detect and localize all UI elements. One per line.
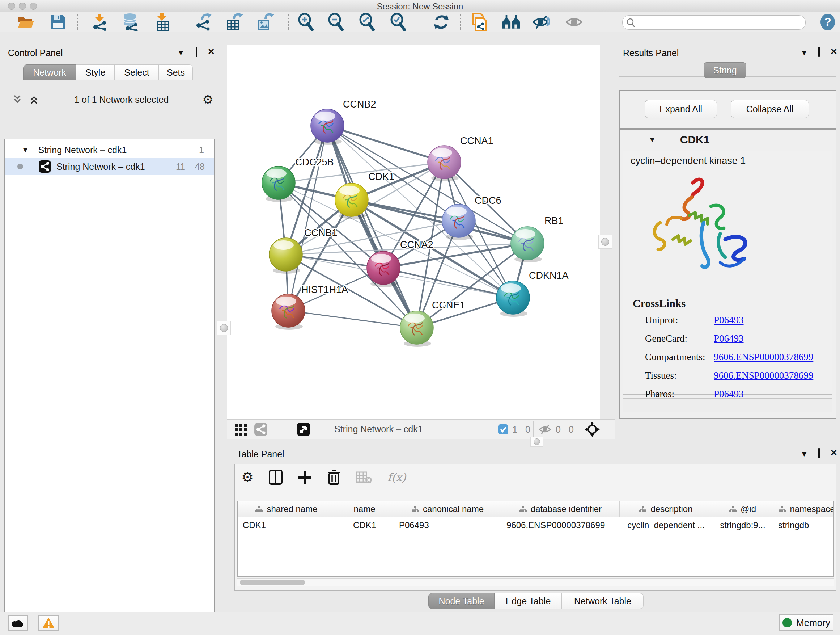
export-network-button[interactable]: [194, 13, 213, 31]
export-image-button[interactable]: [256, 13, 275, 31]
control-panel-float-icon[interactable]: [196, 48, 197, 56]
network-edge[interactable]: [327, 126, 444, 162]
tab-edge-table[interactable]: Edge Table: [494, 593, 562, 609]
column-header-shared-name[interactable]: shared name: [238, 501, 335, 517]
cdk1-section-header[interactable]: ▼ CDK1: [620, 130, 836, 150]
results-scroll-track[interactable]: [623, 398, 832, 412]
table-cell[interactable]: CDK1: [335, 517, 394, 533]
results-panel-float-icon[interactable]: [818, 48, 820, 56]
import-table-from-file-button[interactable]: [154, 13, 172, 31]
network-collection-row[interactable]: ▼ String Network – cdk1 1: [5, 141, 214, 158]
network-node-CDKN1A[interactable]: CDKN1A: [496, 270, 569, 317]
table-cell[interactable]: P06493: [394, 517, 501, 533]
show-columns-icon[interactable]: [269, 470, 283, 485]
control-panel-menu-icon[interactable]: ▼: [177, 49, 185, 57]
memory-button[interactable]: Memory: [779, 614, 834, 631]
delete-column-icon[interactable]: [327, 470, 340, 485]
zoom-selected-button[interactable]: [389, 13, 408, 31]
hide-selected-button[interactable]: [532, 13, 551, 31]
warnings-button[interactable]: [38, 615, 58, 631]
network-row[interactable]: String Network – cdk1 11 48: [5, 158, 214, 175]
network-edge[interactable]: [327, 126, 417, 328]
search-field[interactable]: [622, 15, 806, 30]
hscrollbar-thumb[interactable]: [240, 580, 305, 585]
results-panel-close-icon[interactable]: ×: [831, 48, 837, 55]
zoom-out-button[interactable]: [327, 13, 346, 31]
horizontal-splitter-handle[interactable]: [531, 437, 543, 447]
crosslink-link[interactable]: 9606.ENSP00000378699: [714, 370, 813, 381]
expand-all-button[interactable]: Expand All: [645, 100, 717, 118]
collapse-all-button[interactable]: Collapse All: [731, 100, 809, 118]
expand-all-icon[interactable]: [28, 94, 41, 105]
column-header-name[interactable]: name: [335, 501, 394, 517]
zoom-fit-button[interactable]: [358, 13, 377, 31]
section-expander-icon[interactable]: ▼: [648, 135, 656, 144]
crosslink-link[interactable]: P06493: [714, 333, 744, 344]
control-panel-close-icon[interactable]: ×: [208, 48, 215, 55]
grid-view-icon[interactable]: [234, 423, 248, 436]
tab-style[interactable]: Style: [76, 65, 115, 80]
import-network-from-file-button[interactable]: [90, 13, 109, 31]
column-header-namespace[interactable]: namespace: [773, 501, 834, 517]
export-table-button[interactable]: [225, 13, 244, 31]
table-panel-close-icon[interactable]: ×: [831, 448, 837, 456]
right-splitter-handle[interactable]: [598, 235, 612, 249]
current-network-title: String Network – cdk1: [334, 424, 423, 434]
table-cell[interactable]: stringdb: [773, 517, 834, 533]
selected-checkbox-icon[interactable]: [498, 424, 508, 435]
crosslink-link[interactable]: P06493: [714, 315, 744, 326]
collapse-all-icon[interactable]: [11, 94, 24, 105]
show-all-button[interactable]: [565, 13, 584, 31]
string-view-icon[interactable]: [254, 423, 268, 436]
birdseye-toggle-icon[interactable]: [297, 423, 310, 436]
column-header--id[interactable]: @id: [712, 501, 773, 517]
network-node-CCNA2[interactable]: CCNA2: [367, 239, 433, 287]
tab-network-table[interactable]: Network Table: [562, 593, 644, 609]
tab-sets[interactable]: Sets: [159, 65, 193, 80]
crosslink-link[interactable]: 9606.ENSP00000378699: [714, 352, 813, 363]
search-input[interactable]: [637, 17, 805, 27]
open-session-button[interactable]: [17, 13, 35, 31]
column-header-description[interactable]: description: [620, 501, 712, 517]
network-graph[interactable]: CCNB2CCNA1CDC25BCDK1CDC6RB1CCNB1CCNA2CDK…: [227, 45, 600, 419]
refresh-layout-button[interactable]: [432, 13, 451, 31]
tree-expander-icon[interactable]: ▼: [22, 146, 29, 154]
column-header-canonical-name[interactable]: canonical name: [394, 501, 501, 517]
table-cell[interactable]: stringdb:9...: [712, 517, 773, 533]
tree-options-gear-icon[interactable]: ⚙: [202, 93, 213, 106]
cloud-status-button[interactable]: [8, 615, 28, 631]
add-column-icon[interactable]: [298, 470, 312, 485]
network-canvas[interactable]: CCNB2CCNA1CDC25BCDK1CDC6RB1CCNB1CCNA2CDK…: [227, 45, 600, 419]
network-edge[interactable]: [288, 310, 417, 328]
help-button[interactable]: ?: [818, 13, 837, 31]
column-header-database-identifier[interactable]: database identifier: [501, 501, 620, 517]
table-row[interactable]: CDK1CDK1P064939606.ENSP00000378699cyclin…: [238, 517, 833, 533]
table-settings-gear-icon[interactable]: ⚙: [241, 470, 254, 484]
zoom-in-button[interactable]: [297, 13, 316, 31]
network-node-RB1[interactable]: RB1: [511, 215, 564, 263]
import-network-from-database-button[interactable]: [121, 13, 140, 31]
network-node-HIST1H1A[interactable]: HIST1H1A: [272, 284, 348, 330]
network-node-CCNE1[interactable]: CCNE1: [400, 300, 465, 347]
cdk1-details-box: cyclin–dependent kinase 1: [623, 150, 832, 394]
table-panel-menu-icon[interactable]: ▼: [800, 450, 808, 458]
network-node-CCNA1[interactable]: CCNA1: [428, 135, 493, 181]
results-panel-menu-icon[interactable]: ▼: [800, 49, 808, 57]
tab-string[interactable]: String: [704, 62, 746, 78]
tab-network[interactable]: Network: [23, 65, 76, 80]
tab-select[interactable]: Select: [115, 65, 159, 80]
network-node-CDC6[interactable]: CDC6: [442, 195, 501, 240]
table-panel-float-icon[interactable]: [818, 449, 820, 457]
table-cell[interactable]: 9606.ENSP00000378699: [501, 517, 620, 533]
left-splitter-handle[interactable]: [217, 321, 231, 335]
network-edge[interactable]: [384, 268, 513, 298]
new-network-from-selection-button[interactable]: [469, 13, 488, 31]
pan-mode-icon[interactable]: [584, 422, 600, 437]
tab-node-table[interactable]: Node Table: [428, 593, 494, 609]
save-session-button[interactable]: [49, 13, 67, 31]
network-node-CDC25B[interactable]: CDC25B: [262, 157, 334, 202]
table-cell[interactable]: cyclin–dependent ...: [620, 517, 712, 533]
table-cell[interactable]: CDK1: [238, 517, 335, 533]
first-neighbors-button[interactable]: [502, 13, 521, 31]
network-node-CCNB1[interactable]: CCNB1: [269, 227, 338, 274]
